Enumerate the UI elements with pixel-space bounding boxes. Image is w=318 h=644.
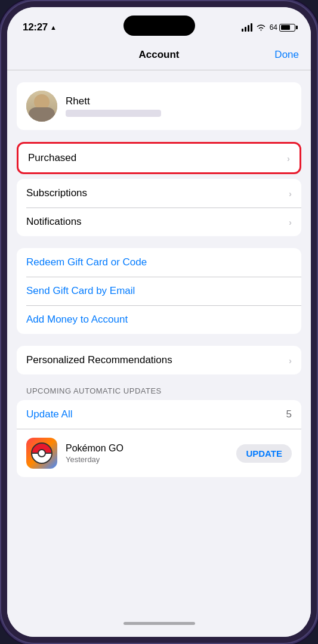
add-money-label: Add Money to Account — [26, 314, 128, 326]
notifications-row[interactable]: Notifications › — [17, 208, 301, 236]
recommendations-group: Personalized Recommendations › — [17, 346, 301, 374]
recommendations-label: Personalized Recommendations — [26, 354, 172, 366]
notifications-label: Notifications — [26, 216, 82, 228]
phone-screen: 12:27 ▲ 64 — [7, 7, 311, 637]
notifications-chevron-icon: › — [289, 217, 292, 227]
nav-title: Account — [139, 49, 180, 61]
gift-card-group: Redeem Gift Card or Code Send Gift Card … — [17, 248, 301, 334]
pokemon-go-row: Pokémon GO Yesterday UPDATE — [17, 429, 301, 477]
wifi-icon — [256, 24, 266, 32]
purchased-chevron-icon: › — [287, 153, 290, 163]
nav-bar: Account Done — [7, 39, 311, 70]
app-name: Pokémon GO — [66, 443, 228, 454]
avatar — [26, 91, 57, 122]
update-button[interactable]: UPDATE — [236, 444, 292, 463]
update-count: 5 — [286, 408, 292, 420]
home-indicator — [124, 622, 195, 625]
status-time: 12:27 — [23, 21, 48, 33]
account-options-group: Subscriptions › Notifications › — [17, 179, 301, 236]
app-date: Yesterday — [66, 455, 228, 464]
updates-section-header: UPCOMING AUTOMATIC UPDATES — [17, 386, 301, 400]
purchased-row[interactable]: Purchased › — [18, 144, 300, 172]
battery-container: 64 — [270, 23, 295, 32]
app-info: Pokémon GO Yesterday — [66, 443, 228, 464]
purchased-label: Purchased — [28, 152, 76, 164]
pokeball-icon — [31, 442, 53, 464]
battery-fill — [281, 25, 290, 30]
battery-icon — [279, 24, 295, 32]
add-money-row[interactable]: Add Money to Account — [17, 305, 301, 334]
recommendations-row[interactable]: Personalized Recommendations › — [17, 346, 301, 374]
signal-bar-2 — [245, 27, 246, 32]
status-icons: 64 — [242, 23, 295, 32]
signal-bar-1 — [242, 29, 243, 32]
redeem-gift-card-label: Redeem Gift Card or Code — [26, 256, 147, 268]
send-gift-card-label: Send Gift Card by Email — [26, 285, 135, 297]
send-gift-card-row[interactable]: Send Gift Card by Email — [17, 277, 301, 305]
signal-bar-3 — [248, 25, 249, 32]
update-all-row[interactable]: Update All 5 — [17, 400, 301, 429]
update-all-label: Update All — [26, 408, 73, 420]
signal-bars-icon — [242, 23, 252, 32]
done-button[interactable]: Done — [274, 49, 299, 61]
subscriptions-chevron-icon: › — [289, 188, 292, 199]
subscriptions-row[interactable]: Subscriptions › — [17, 179, 301, 208]
user-email-redacted — [66, 110, 161, 117]
redeem-gift-card-row[interactable]: Redeem Gift Card or Code — [17, 248, 301, 277]
user-name: Rhett — [66, 95, 292, 107]
location-icon: ▲ — [50, 24, 57, 31]
avatar-inner — [26, 91, 57, 122]
dynamic-island — [124, 16, 195, 36]
phone-frame: 12:27 ▲ 64 — [0, 0, 318, 644]
avatar-body — [29, 107, 55, 122]
recommendations-chevron-icon: › — [289, 355, 292, 366]
subscriptions-label: Subscriptions — [26, 187, 87, 199]
updates-group: Update All 5 Pokémon GO Yesterday UPDATE — [17, 400, 301, 477]
signal-bar-4 — [251, 23, 252, 32]
user-card[interactable]: Rhett — [17, 82, 301, 130]
battery-percentage: 64 — [270, 23, 277, 32]
purchased-section: Purchased › — [17, 142, 301, 174]
content-area: Rhett Purchased › Subscriptions › Notifi… — [7, 70, 311, 637]
pokemon-go-icon — [26, 438, 57, 469]
user-info: Rhett — [66, 95, 292, 117]
